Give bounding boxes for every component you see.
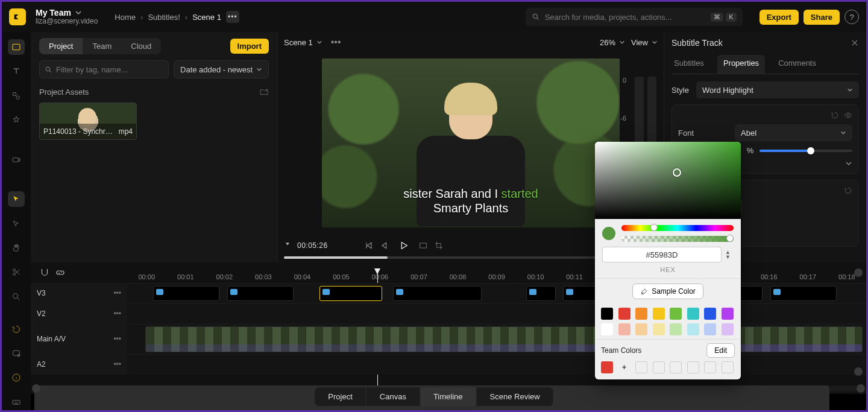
- team-swatch-empty[interactable]: [704, 361, 716, 373]
- media-tool-icon[interactable]: [8, 39, 25, 55]
- palette-swatch[interactable]: [635, 308, 647, 320]
- export-button[interactable]: Export: [760, 10, 799, 25]
- breadcrumb-more-button[interactable]: •••: [226, 11, 239, 23]
- subtitle-clip[interactable]: [393, 286, 482, 301]
- track-body-v2[interactable]: [127, 303, 866, 324]
- tab-comments[interactable]: Comments: [776, 55, 819, 74]
- track-body-a2[interactable]: [127, 354, 866, 375]
- palette-swatch[interactable]: [670, 308, 682, 320]
- subtitle-clip[interactable]: [770, 286, 837, 301]
- hue-slider[interactable]: [621, 225, 734, 231]
- effects-tool-icon[interactable]: [8, 112, 25, 128]
- breadcrumb-item[interactable]: Scene 1: [192, 13, 221, 22]
- team-swatch-empty[interactable]: [653, 361, 665, 373]
- sample-color-button[interactable]: Sample Color: [632, 284, 703, 299]
- palette-swatch[interactable]: [618, 308, 631, 320]
- hand-tool-icon[interactable]: [8, 240, 25, 256]
- palette-swatch[interactable]: [687, 308, 699, 320]
- tab-project-mode[interactable]: Project: [315, 387, 366, 406]
- team-swatch[interactable]: [601, 361, 613, 373]
- asset-item[interactable]: P1140013 - Synchr… mp4: [39, 103, 137, 140]
- chevron-down-icon[interactable]: [845, 160, 852, 167]
- presence-tool-icon[interactable]: [8, 346, 25, 361]
- track-body-main[interactable]: [127, 324, 866, 354]
- palette-swatch[interactable]: [670, 323, 682, 335]
- add-team-color-button[interactable]: +: [618, 361, 631, 373]
- team-swatch-empty[interactable]: [687, 361, 699, 373]
- record-tool-icon[interactable]: [8, 152, 25, 168]
- time-ruler[interactable]: 00:0000:0100:0200:0300:0400:0500:0600:07…: [127, 262, 866, 283]
- font-select[interactable]: Abel: [735, 124, 852, 141]
- sv-canvas[interactable]: [595, 142, 741, 219]
- palette-swatch[interactable]: [704, 323, 716, 335]
- text-tool-icon[interactable]: [8, 63, 25, 79]
- zoom-select[interactable]: 26%: [600, 38, 625, 47]
- subtitle-clip[interactable]: [526, 286, 556, 301]
- alpha-slider[interactable]: [621, 236, 734, 242]
- style-select[interactable]: Word Highlight: [696, 81, 859, 98]
- edit-team-colors-button[interactable]: Edit: [706, 343, 735, 358]
- help-icon[interactable]: ?: [844, 10, 859, 24]
- main-clip[interactable]: [145, 326, 863, 352]
- tab-properties[interactable]: Properties: [717, 55, 765, 74]
- tab-cloud[interactable]: Cloud: [121, 38, 161, 54]
- crop-icon[interactable]: [434, 241, 444, 250]
- safe-zone-icon[interactable]: [418, 241, 428, 250]
- scene-select[interactable]: Scene 1: [284, 38, 322, 47]
- palette-swatch[interactable]: [601, 308, 613, 320]
- info-tool-icon[interactable]: [8, 370, 25, 385]
- tab-timeline-mode[interactable]: Timeline: [420, 387, 477, 406]
- play-button[interactable]: [395, 237, 412, 254]
- timeline-knob[interactable]: [854, 268, 863, 277]
- tab-canvas-mode[interactable]: Canvas: [366, 387, 420, 406]
- asset-filter-input[interactable]: Filter by tag, name...: [39, 60, 169, 78]
- format-toggle[interactable]: ▲▼: [725, 250, 734, 259]
- track-label-v2[interactable]: V2•••: [31, 303, 127, 324]
- breadcrumb-item[interactable]: Home: [115, 13, 136, 22]
- new-folder-icon[interactable]: [259, 87, 269, 97]
- track-label-v3[interactable]: V3•••: [31, 283, 127, 303]
- prev-frame-icon[interactable]: [380, 241, 389, 250]
- scene-more-button[interactable]: •••: [331, 37, 341, 48]
- global-search[interactable]: Search for media, projects, actions... ⌘…: [526, 8, 743, 26]
- timeline-knob[interactable]: [854, 367, 863, 376]
- team-block[interactable]: My Team liza@scenery.video: [36, 8, 98, 26]
- tab-team[interactable]: Team: [83, 38, 121, 54]
- cut-tool-icon[interactable]: [8, 264, 25, 280]
- reset-icon[interactable]: [844, 186, 852, 195]
- palette-swatch[interactable]: [653, 308, 665, 320]
- track-label-main[interactable]: Main A/V•••: [31, 324, 127, 354]
- subtitle-clip[interactable]: [153, 286, 219, 301]
- link-icon[interactable]: [55, 267, 66, 278]
- subtitle-clip[interactable]: [227, 286, 294, 301]
- team-swatch-empty[interactable]: [722, 361, 734, 373]
- asset-sort-select[interactable]: Date added - newest: [174, 60, 269, 78]
- shapes-tool-icon[interactable]: [8, 88, 25, 104]
- palette-swatch[interactable]: [704, 308, 716, 320]
- palette-swatch[interactable]: [722, 308, 734, 320]
- close-icon[interactable]: [851, 39, 859, 47]
- history-tool-icon[interactable]: [8, 322, 25, 337]
- team-swatch-empty[interactable]: [670, 361, 682, 373]
- zoom-tool-icon[interactable]: [8, 288, 25, 304]
- tab-review-mode[interactable]: Scene Review: [477, 387, 553, 406]
- subtitle-clip[interactable]: [319, 286, 382, 301]
- breadcrumb-item[interactable]: Subtitles!: [148, 13, 180, 22]
- app-logo[interactable]: [9, 8, 26, 25]
- import-button[interactable]: Import: [230, 39, 269, 54]
- direct-select-tool-icon[interactable]: [8, 215, 25, 231]
- palette-swatch[interactable]: [635, 323, 647, 335]
- palette-swatch[interactable]: [601, 323, 613, 335]
- skip-back-icon[interactable]: [364, 241, 374, 250]
- palette-swatch[interactable]: [722, 323, 734, 335]
- track-label-a2[interactable]: A2•••: [31, 354, 127, 375]
- select-tool-icon[interactable]: [8, 191, 25, 207]
- view-select[interactable]: View: [631, 38, 658, 47]
- tab-subtitles[interactable]: Subtitles: [671, 55, 706, 74]
- tab-project[interactable]: Project: [39, 38, 83, 54]
- keyboard-tool-icon[interactable]: [8, 395, 25, 410]
- picker-hex-input[interactable]: #55983D: [602, 247, 722, 262]
- palette-swatch[interactable]: [687, 323, 699, 335]
- magnet-icon[interactable]: [39, 267, 50, 278]
- sv-cursor[interactable]: [673, 168, 681, 177]
